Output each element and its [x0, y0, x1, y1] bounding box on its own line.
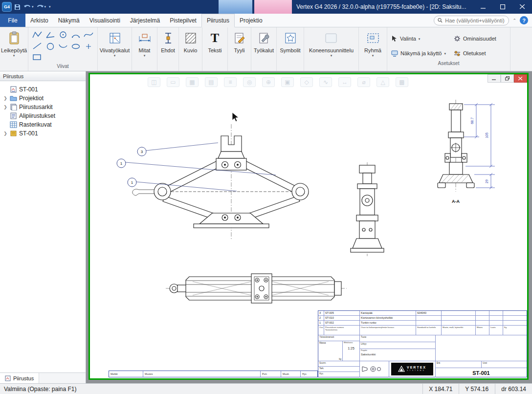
circle-center-icon[interactable]	[57, 30, 69, 40]
tangent-arc-icon[interactable]	[57, 42, 69, 51]
toolbar-icon[interactable]: ◎	[243, 77, 256, 87]
tree-item-projektiot[interactable]: ❯ Projektiot	[0, 94, 86, 103]
line-tools-icon	[109, 30, 121, 46]
empty-cell	[436, 335, 527, 361]
tab-pistepilvet[interactable]: Pistepilvet	[165, 14, 201, 27]
toolbar-icon[interactable]: ≡	[224, 77, 237, 87]
nakyma-ja-kaytto-button[interactable]: Näkymä ja käyttö ▾	[391, 46, 451, 61]
section-aa-view: 68.7 105 29 A-A	[438, 100, 495, 204]
ellipse-icon[interactable]	[70, 42, 82, 51]
tab-piirustus[interactable]: Piirustus	[201, 14, 235, 27]
section-label: A-A	[452, 199, 460, 204]
line-icon[interactable]	[31, 41, 43, 51]
tolerances-cell: Yleistoleranssit	[318, 335, 360, 341]
viivatyokalut-button[interactable]: Viivatyökalut ▾	[98, 29, 132, 59]
header-number: Piirustuksen numeroTavaratunnus	[324, 326, 360, 335]
search-icon	[438, 18, 443, 23]
product-cell: Tuote	[360, 335, 436, 342]
select-cursor-icon	[391, 35, 398, 42]
constraint-icon	[163, 30, 173, 46]
rectangle-icon[interactable]	[31, 52, 43, 62]
spline-icon[interactable]	[83, 30, 94, 40]
drawing-window[interactable]: ◫ ▭ ▦ ▤ ≡ ◎ ⊕ ▣ ◇ ∿ ↔ ⌀ △ ▩	[89, 73, 529, 380]
toolbar-icon[interactable]: ↔	[338, 77, 351, 87]
logo-cell: VERTEXSYSTEMS	[389, 361, 436, 377]
sheet-tab-icon	[5, 375, 11, 381]
arc-icon[interactable]	[70, 30, 82, 40]
contextual-tab-marker-blue	[219, 0, 252, 14]
toolbar-icon[interactable]: △	[377, 77, 389, 87]
tree-item-st001-root[interactable]: ST-001	[0, 85, 86, 94]
close-icon[interactable]	[512, 0, 532, 14]
tree-item-rasterikuvat[interactable]: Rasterikuvat	[0, 120, 86, 129]
toolbar-icon[interactable]: ⌀	[357, 77, 370, 87]
tree-item-piirustusarkit[interactable]: ❯ Piirustusarkit	[0, 103, 86, 111]
app-logo-icon[interactable]: G4	[2, 2, 12, 12]
svg-text:3: 3	[141, 150, 143, 154]
ominaisuudet-button[interactable]: Ominaisuudet	[454, 31, 509, 46]
tab-visualisointi[interactable]: Visualisointi	[85, 14, 125, 27]
child-minimize-icon[interactable]	[488, 74, 501, 83]
tab-projektio[interactable]: Projektio	[235, 14, 267, 27]
tab-file[interactable]: File	[0, 14, 25, 27]
uusi-cell: Uusi	[482, 361, 527, 368]
approver-cell: Hyv.	[318, 372, 360, 377]
ehdot-button[interactable]: Ehdot	[159, 29, 177, 54]
revision-strip: Merkki Muutos Pvm Muutt. Hyv.	[109, 371, 318, 377]
group-selection-icon	[366, 30, 380, 46]
tyokalut-button[interactable]: Työkalut	[252, 29, 275, 54]
toolbar-icon[interactable]: ▤	[205, 77, 218, 87]
header-laatu: Laatu	[489, 326, 503, 335]
ribbon-group-tyokalut: Työkalut	[251, 27, 277, 71]
tyyli-button[interactable]: Tyyli	[232, 29, 247, 54]
valinta-button[interactable]: Valinta ▾	[391, 31, 451, 46]
toolbar-icon[interactable]: ▣	[281, 77, 294, 87]
redo-icon[interactable]: ▾	[36, 1, 47, 12]
expander-icon[interactable]: ❯	[3, 131, 8, 136]
symbolit-button[interactable]: Symbolit	[278, 29, 302, 54]
tree-item-alipiirustukset[interactable]: Alipiirustukset	[0, 111, 86, 120]
polyline-icon[interactable]	[31, 30, 43, 40]
expander-icon[interactable]: ❯	[3, 96, 8, 101]
collapse-ribbon-icon[interactable]: ⌃	[512, 18, 516, 23]
title-block: 3 ST-005 Kantopää S04040 2 ST-010 Kierto…	[318, 310, 527, 377]
tab-nakyma[interactable]: Näkymä	[53, 14, 85, 27]
properties-gear-icon	[454, 35, 461, 42]
undo-icon[interactable]: ▾	[23, 1, 34, 12]
ryhma-button[interactable]: Ryhmä ▾	[363, 29, 383, 59]
point-icon[interactable]	[83, 42, 94, 51]
toolbar-icon[interactable]: ◇	[300, 77, 313, 87]
toolbar-icon[interactable]: ⊕	[262, 77, 275, 87]
tab-piirustus-panel[interactable]: Piirustus	[0, 373, 39, 383]
header-kg: Kg	[503, 326, 527, 335]
toolbar-icon[interactable]: ▭	[167, 77, 179, 87]
toolbar-icon[interactable]: ▦	[186, 77, 199, 87]
tab-arkisto[interactable]: Arkisto	[25, 14, 53, 27]
search-input[interactable]	[445, 18, 505, 23]
toolbar-icon[interactable]: ∿	[319, 77, 332, 87]
tab-jarjestelma[interactable]: Järjestelmä	[125, 14, 165, 27]
ribbon-group-kuvio: Kuvio	[179, 27, 202, 71]
teksti-button[interactable]: T Teksti	[206, 29, 223, 54]
minimize-icon[interactable]	[473, 0, 493, 14]
child-close-icon[interactable]	[514, 74, 527, 83]
angle-line-icon[interactable]	[44, 30, 56, 40]
circle-icon[interactable]	[44, 42, 56, 51]
save-icon[interactable]	[13, 1, 22, 12]
part-pos: 2	[318, 316, 324, 321]
expander-icon[interactable]: ❯	[3, 105, 8, 109]
customize-quick-access-icon[interactable]: ▾	[48, 1, 51, 12]
toolbar-icon[interactable]: ▩	[396, 77, 408, 87]
balloon-3[interactable]: 3	[137, 143, 218, 156]
mitat-button[interactable]: Mitat ▾	[136, 29, 153, 59]
clipboard-button[interactable]: Leikepöytä ▾	[0, 29, 28, 59]
kuvio-button[interactable]: Kuvio	[182, 29, 199, 54]
oletukset-button[interactable]: Oletukset	[454, 46, 509, 61]
toolbar-icon[interactable]: ◫	[148, 77, 160, 87]
child-restore-icon[interactable]	[501, 74, 514, 83]
help-icon[interactable]: ?	[520, 16, 528, 24]
sheets-icon	[10, 104, 17, 110]
tree-item-st001[interactable]: ❯ ST-001	[0, 129, 86, 138]
koneensuunnittelu-button[interactable]: Koneensuunnittelu ▾	[308, 29, 355, 59]
maximize-icon[interactable]	[493, 0, 512, 14]
